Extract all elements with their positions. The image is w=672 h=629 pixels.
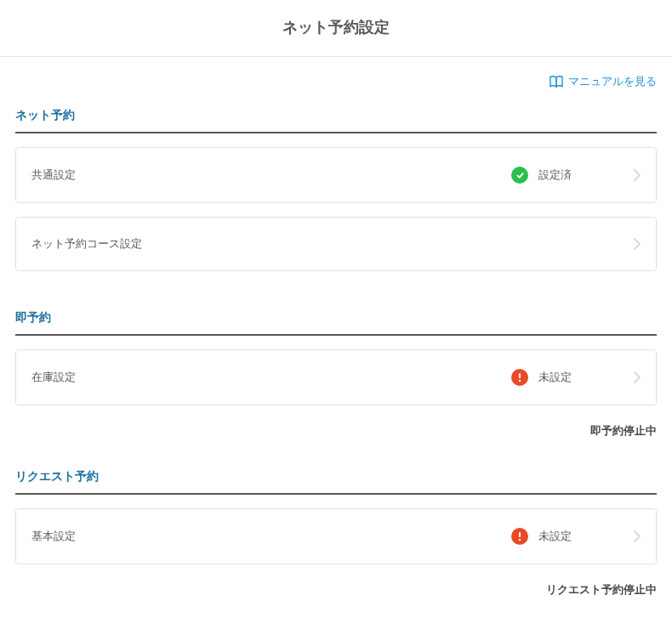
status-text: 未設定: [538, 529, 572, 544]
chevron-right-icon: [634, 238, 641, 250]
card-stock-settings[interactable]: 在庫設定 未設定: [15, 349, 657, 405]
manual-link-wrap: マニュアルを見る: [15, 57, 657, 93]
svg-rect-2: [519, 532, 521, 537]
section-footer-text: リクエスト予約停止中: [546, 583, 657, 596]
alert-circle-icon: [511, 369, 528, 386]
status-text: 設定済: [538, 167, 572, 183]
page-title: ネット予約設定: [0, 17, 672, 37]
card-label: 在庫設定: [31, 370, 511, 385]
card-course-settings[interactable]: ネット予約コース設定: [15, 217, 657, 271]
section-footer-request: リクエスト予約停止中: [15, 581, 657, 598]
status-text: 未設定: [538, 370, 572, 385]
status-wrap: 設定済: [511, 167, 622, 184]
section-net-reservation: ネット予約 共通設定 設定済 ネット予約コース設定: [15, 108, 657, 271]
section-title-net-reservation: ネット予約: [15, 108, 657, 133]
section-title-request-reservation: リクエスト予約: [15, 469, 657, 495]
section-instant-reservation: 即予約 在庫設定 未設定 即予約停止中: [15, 310, 657, 439]
chevron-right-icon: [634, 169, 641, 181]
main-container: マニュアルを見る ネット予約 共通設定 設定済 ネット予約コース設定: [0, 57, 672, 598]
card-basic-settings[interactable]: 基本設定 未設定: [15, 508, 657, 564]
card-common-settings[interactable]: 共通設定 設定済: [15, 147, 657, 203]
section-footer-text: 即予約停止中: [590, 424, 657, 437]
svg-rect-0: [519, 373, 521, 378]
section-request-reservation: リクエスト予約 基本設定 未設定 リクエスト予約停止中: [15, 469, 657, 598]
page-header: ネット予約設定: [0, 0, 672, 57]
manual-link-label: マニュアルを見る: [568, 74, 657, 89]
svg-point-3: [519, 539, 521, 541]
section-title-instant-reservation: 即予約: [15, 310, 657, 336]
svg-point-1: [519, 380, 521, 382]
check-circle-icon: [511, 167, 528, 184]
manual-link[interactable]: マニュアルを見る: [550, 74, 657, 89]
section-footer-instant: 即予約停止中: [15, 422, 657, 439]
card-label: 共通設定: [31, 167, 511, 183]
alert-circle-icon: [511, 528, 528, 545]
card-label: 基本設定: [31, 529, 511, 544]
book-icon: [550, 76, 563, 88]
status-wrap: 未設定: [511, 528, 622, 545]
card-label: ネット予約コース設定: [31, 236, 511, 252]
status-wrap: 未設定: [511, 369, 622, 386]
chevron-right-icon: [634, 371, 641, 383]
chevron-right-icon: [634, 530, 641, 542]
